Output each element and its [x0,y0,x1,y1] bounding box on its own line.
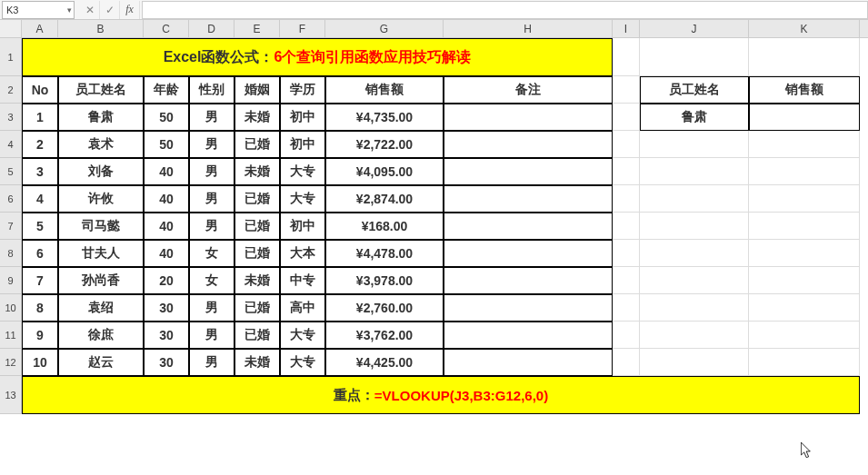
col-header-J[interactable]: J [640,20,749,37]
col-header-I[interactable]: I [613,20,640,37]
col-header-C[interactable]: C [144,20,189,37]
cell-gender-5[interactable]: 男 [189,158,234,185]
row-header-11[interactable]: 11 [0,322,22,349]
cell-sales-9[interactable]: ¥3,978.00 [325,267,444,294]
cell-age-11[interactable]: 30 [144,322,189,349]
cell-marriage-11[interactable]: 已婚 [234,322,280,349]
cell-sales-5[interactable]: ¥4,095.00 [325,158,444,185]
cell-I3[interactable] [613,104,640,131]
cell-J8[interactable] [640,240,749,267]
row-header-1[interactable]: 1 [0,38,22,76]
cell-edu-6[interactable]: 大专 [280,185,325,213]
cell-age-12[interactable]: 30 [144,349,189,376]
cell-name-7[interactable]: 司马懿 [58,213,144,240]
select-all-corner[interactable] [0,20,22,37]
hdr-no[interactable]: No [22,76,58,104]
cell-no-4[interactable]: 2 [22,131,58,158]
cell-I2[interactable] [613,76,640,104]
cell-edu-4[interactable]: 初中 [280,131,325,158]
cell-no-8[interactable]: 6 [22,240,58,267]
cell-sales-4[interactable]: ¥2,722.00 [325,131,444,158]
cell-I12[interactable] [613,349,640,376]
cell-note-3[interactable] [444,104,613,131]
cell-name-6[interactable]: 许攸 [58,185,144,213]
name-box[interactable]: K3 ▾ [2,1,75,19]
cell-edu-8[interactable]: 大本 [280,240,325,267]
row-header-9[interactable]: 9 [0,267,22,294]
cell-note-7[interactable] [444,213,613,240]
cell-age-10[interactable]: 30 [144,294,189,322]
col-header-G[interactable]: G [325,20,444,37]
title-cell[interactable]: Excel函数公式：6个查询引用函数应用技巧解读 [22,38,613,76]
cell-marriage-10[interactable]: 已婚 [234,294,280,322]
cell-J5[interactable] [640,158,749,185]
cell-K8[interactable] [749,240,860,267]
cell-J10[interactable] [640,294,749,322]
cell-gender-4[interactable]: 男 [189,131,234,158]
cell-sales-3[interactable]: ¥4,735.00 [325,104,444,131]
cell-J11[interactable] [640,322,749,349]
cell-K4[interactable] [749,131,860,158]
cell-age-6[interactable]: 40 [144,185,189,213]
cell-K11[interactable] [749,322,860,349]
cell-no-9[interactable]: 7 [22,267,58,294]
cell-sales-11[interactable]: ¥3,762.00 [325,322,444,349]
footer-cell[interactable]: 重点：=VLOOKUP(J3,B3:G12,6,0) [22,376,860,414]
hdr-note[interactable]: 备注 [444,76,613,104]
cell-marriage-4[interactable]: 已婚 [234,131,280,158]
col-header-E[interactable]: E [234,20,280,37]
cell-K1[interactable] [749,38,860,76]
cell-K5[interactable] [749,158,860,185]
cell-gender-7[interactable]: 男 [189,213,234,240]
cell-age-3[interactable]: 50 [144,104,189,131]
row-header-13[interactable]: 13 [0,376,22,414]
col-header-F[interactable]: F [280,20,325,37]
cell-edu-12[interactable]: 大专 [280,349,325,376]
hdr-lookup-sales[interactable]: 销售额 [749,76,860,104]
cell-K9[interactable] [749,267,860,294]
hdr-gender[interactable]: 性别 [189,76,234,104]
row-header-2[interactable]: 2 [0,76,22,104]
cell-gender-10[interactable]: 男 [189,294,234,322]
cell-gender-11[interactable]: 男 [189,322,234,349]
col-header-B[interactable]: B [58,20,144,37]
cell-edu-3[interactable]: 初中 [280,104,325,131]
cell-name-5[interactable]: 刘备 [58,158,144,185]
cell-I6[interactable] [613,185,640,213]
cell-edu-7[interactable]: 初中 [280,213,325,240]
cell-K7[interactable] [749,213,860,240]
cell-name-8[interactable]: 甘夫人 [58,240,144,267]
cell-edu-9[interactable]: 中专 [280,267,325,294]
cell-K10[interactable] [749,294,860,322]
cell-no-10[interactable]: 8 [22,294,58,322]
cell-marriage-7[interactable]: 已婚 [234,213,280,240]
cell-note-4[interactable] [444,131,613,158]
cell-sales-10[interactable]: ¥2,760.00 [325,294,444,322]
hdr-marriage[interactable]: 婚姻 [234,76,280,104]
cell-no-6[interactable]: 4 [22,185,58,213]
cell-no-5[interactable]: 3 [22,158,58,185]
hdr-edu[interactable]: 学历 [280,76,325,104]
cell-lookup-name[interactable]: 鲁肃 [640,104,749,131]
cell-age-9[interactable]: 20 [144,267,189,294]
row-header-7[interactable]: 7 [0,213,22,240]
cell-J9[interactable] [640,267,749,294]
cell-note-8[interactable] [444,240,613,267]
row-header-5[interactable]: 5 [0,158,22,185]
col-header-K[interactable]: K [749,20,860,37]
col-header-H[interactable]: H [444,20,613,37]
cell-K12[interactable] [749,349,860,376]
cell-no-7[interactable]: 5 [22,213,58,240]
cell-gender-3[interactable]: 男 [189,104,234,131]
cell-sales-6[interactable]: ¥2,874.00 [325,185,444,213]
name-box-dropdown-icon[interactable]: ▾ [67,5,72,15]
confirm-icon[interactable]: ✓ [100,1,120,19]
cell-J1[interactable] [640,38,749,76]
cell-J4[interactable] [640,131,749,158]
col-header-D[interactable]: D [189,20,234,37]
cell-J6[interactable] [640,185,749,213]
cell-I7[interactable] [613,213,640,240]
hdr-lookup-name[interactable]: 员工姓名 [640,76,749,104]
row-header-3[interactable]: 3 [0,104,22,131]
cell-edu-10[interactable]: 高中 [280,294,325,322]
